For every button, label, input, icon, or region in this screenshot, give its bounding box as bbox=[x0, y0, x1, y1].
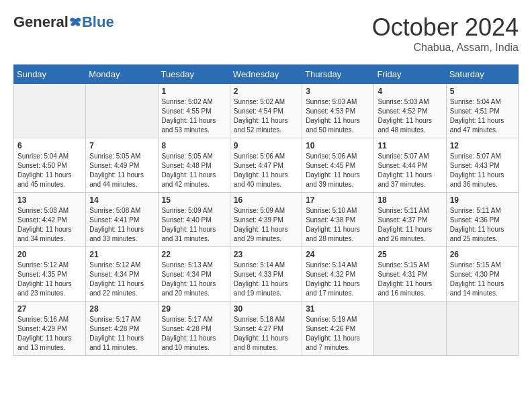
day-number: 24 bbox=[306, 250, 370, 259]
day-number: 17 bbox=[306, 195, 370, 205]
cell-sun-info: Sunrise: 5:13 AMSunset: 4:34 PMDaylight:… bbox=[162, 261, 226, 298]
calendar-cell: 26Sunrise: 5:15 AMSunset: 4:30 PMDayligh… bbox=[446, 247, 518, 302]
page-header: General Blue October 2024 Chabua, Assam,… bbox=[13, 13, 519, 54]
cell-sun-info: Sunrise: 5:03 AMSunset: 4:52 PMDaylight:… bbox=[378, 97, 442, 135]
day-number: 21 bbox=[89, 250, 154, 259]
day-number: 8 bbox=[162, 141, 226, 150]
calendar-cell: 4Sunrise: 5:03 AMSunset: 4:52 PMDaylight… bbox=[374, 84, 446, 138]
calendar-cell: 31Sunrise: 5:19 AMSunset: 4:26 PMDayligh… bbox=[302, 302, 374, 356]
calendar-cell: 28Sunrise: 5:17 AMSunset: 4:28 PMDayligh… bbox=[86, 302, 158, 356]
day-number: 1 bbox=[162, 87, 226, 96]
cell-sun-info: Sunrise: 5:07 AMSunset: 4:43 PMDaylight:… bbox=[450, 152, 515, 189]
calendar-week-row: 6Sunrise: 5:04 AMSunset: 4:50 PMDaylight… bbox=[14, 138, 519, 193]
cell-sun-info: Sunrise: 5:04 AMSunset: 4:51 PMDaylight:… bbox=[450, 97, 515, 135]
logo: General Blue bbox=[13, 13, 114, 31]
calendar-cell: 21Sunrise: 5:12 AMSunset: 4:34 PMDayligh… bbox=[86, 247, 158, 302]
cell-sun-info: Sunrise: 5:11 AMSunset: 4:37 PMDaylight:… bbox=[378, 206, 442, 244]
calendar-week-row: 1Sunrise: 5:02 AMSunset: 4:55 PMDaylight… bbox=[14, 84, 519, 138]
location-subtitle: Chabua, Assam, India bbox=[372, 42, 519, 54]
day-number: 14 bbox=[89, 195, 154, 205]
cell-sun-info: Sunrise: 5:05 AMSunset: 4:49 PMDaylight:… bbox=[89, 152, 154, 189]
logo-blue-text: Blue bbox=[82, 13, 114, 31]
calendar-cell: 15Sunrise: 5:09 AMSunset: 4:40 PMDayligh… bbox=[158, 193, 230, 247]
calendar-cell: 27Sunrise: 5:16 AMSunset: 4:29 PMDayligh… bbox=[14, 302, 86, 356]
calendar-cell: 30Sunrise: 5:18 AMSunset: 4:27 PMDayligh… bbox=[230, 302, 302, 356]
day-header-wednesday: Wednesday bbox=[230, 65, 302, 84]
calendar-cell: 1Sunrise: 5:02 AMSunset: 4:55 PMDaylight… bbox=[158, 84, 230, 138]
calendar-header-row: SundayMondayTuesdayWednesdayThursdayFrid… bbox=[14, 65, 519, 84]
calendar-cell: 5Sunrise: 5:04 AMSunset: 4:51 PMDaylight… bbox=[446, 84, 518, 138]
day-number: 19 bbox=[450, 195, 515, 205]
calendar-week-row: 13Sunrise: 5:08 AMSunset: 4:42 PMDayligh… bbox=[14, 193, 519, 247]
cell-sun-info: Sunrise: 5:17 AMSunset: 4:28 PMDaylight:… bbox=[162, 315, 226, 353]
calendar-cell: 24Sunrise: 5:14 AMSunset: 4:32 PMDayligh… bbox=[302, 247, 374, 302]
cell-sun-info: Sunrise: 5:03 AMSunset: 4:53 PMDaylight:… bbox=[306, 97, 370, 135]
calendar-cell: 9Sunrise: 5:06 AMSunset: 4:47 PMDaylight… bbox=[230, 138, 302, 193]
cell-sun-info: Sunrise: 5:12 AMSunset: 4:34 PMDaylight:… bbox=[89, 261, 154, 298]
calendar-cell: 22Sunrise: 5:13 AMSunset: 4:34 PMDayligh… bbox=[158, 247, 230, 302]
day-number: 10 bbox=[306, 141, 370, 150]
calendar-cell: 6Sunrise: 5:04 AMSunset: 4:50 PMDaylight… bbox=[14, 138, 86, 193]
calendar-cell bbox=[446, 302, 518, 356]
day-number: 23 bbox=[234, 250, 298, 259]
calendar-cell bbox=[86, 84, 158, 138]
day-number: 29 bbox=[162, 304, 226, 314]
calendar-cell: 19Sunrise: 5:11 AMSunset: 4:36 PMDayligh… bbox=[446, 193, 518, 247]
title-area: October 2024 Chabua, Assam, India bbox=[372, 13, 519, 54]
calendar-cell: 14Sunrise: 5:08 AMSunset: 4:41 PMDayligh… bbox=[86, 193, 158, 247]
cell-sun-info: Sunrise: 5:17 AMSunset: 4:28 PMDaylight:… bbox=[89, 315, 154, 353]
day-number: 7 bbox=[89, 141, 154, 150]
day-number: 15 bbox=[162, 195, 226, 205]
day-number: 25 bbox=[378, 250, 442, 259]
day-number: 9 bbox=[234, 141, 298, 150]
day-number: 30 bbox=[234, 304, 298, 314]
cell-sun-info: Sunrise: 5:04 AMSunset: 4:50 PMDaylight:… bbox=[17, 152, 82, 189]
day-header-saturday: Saturday bbox=[446, 65, 518, 84]
day-header-friday: Friday bbox=[374, 65, 446, 84]
cell-sun-info: Sunrise: 5:15 AMSunset: 4:31 PMDaylight:… bbox=[378, 261, 442, 298]
cell-sun-info: Sunrise: 5:18 AMSunset: 4:27 PMDaylight:… bbox=[234, 315, 298, 353]
day-number: 27 bbox=[17, 304, 82, 314]
cell-sun-info: Sunrise: 5:05 AMSunset: 4:48 PMDaylight:… bbox=[162, 152, 226, 189]
cell-sun-info: Sunrise: 5:08 AMSunset: 4:42 PMDaylight:… bbox=[17, 206, 82, 244]
day-number: 4 bbox=[378, 87, 442, 96]
cell-sun-info: Sunrise: 5:14 AMSunset: 4:33 PMDaylight:… bbox=[234, 261, 298, 298]
cell-sun-info: Sunrise: 5:15 AMSunset: 4:30 PMDaylight:… bbox=[450, 261, 515, 298]
month-year-title: October 2024 bbox=[372, 13, 519, 42]
cell-sun-info: Sunrise: 5:14 AMSunset: 4:32 PMDaylight:… bbox=[306, 261, 370, 298]
logo-bird-icon bbox=[70, 16, 82, 28]
calendar-cell: 8Sunrise: 5:05 AMSunset: 4:48 PMDaylight… bbox=[158, 138, 230, 193]
calendar-cell: 3Sunrise: 5:03 AMSunset: 4:53 PMDaylight… bbox=[302, 84, 374, 138]
calendar-cell: 2Sunrise: 5:02 AMSunset: 4:54 PMDaylight… bbox=[230, 84, 302, 138]
calendar-cell bbox=[14, 84, 86, 138]
day-number: 16 bbox=[234, 195, 298, 205]
calendar-cell bbox=[374, 302, 446, 356]
cell-sun-info: Sunrise: 5:09 AMSunset: 4:39 PMDaylight:… bbox=[234, 206, 298, 244]
day-number: 6 bbox=[17, 141, 82, 150]
calendar-cell: 12Sunrise: 5:07 AMSunset: 4:43 PMDayligh… bbox=[446, 138, 518, 193]
calendar-cell: 29Sunrise: 5:17 AMSunset: 4:28 PMDayligh… bbox=[158, 302, 230, 356]
calendar-cell: 16Sunrise: 5:09 AMSunset: 4:39 PMDayligh… bbox=[230, 193, 302, 247]
day-header-sunday: Sunday bbox=[14, 65, 86, 84]
day-number: 11 bbox=[378, 141, 442, 150]
calendar-table: SundayMondayTuesdayWednesdayThursdayFrid… bbox=[13, 64, 519, 356]
calendar-cell: 20Sunrise: 5:12 AMSunset: 4:35 PMDayligh… bbox=[14, 247, 86, 302]
calendar-week-row: 27Sunrise: 5:16 AMSunset: 4:29 PMDayligh… bbox=[14, 302, 519, 356]
day-number: 2 bbox=[234, 87, 298, 96]
calendar-week-row: 20Sunrise: 5:12 AMSunset: 4:35 PMDayligh… bbox=[14, 247, 519, 302]
day-number: 22 bbox=[162, 250, 226, 259]
cell-sun-info: Sunrise: 5:10 AMSunset: 4:38 PMDaylight:… bbox=[306, 206, 370, 244]
calendar-cell: 25Sunrise: 5:15 AMSunset: 4:31 PMDayligh… bbox=[374, 247, 446, 302]
day-header-monday: Monday bbox=[86, 65, 158, 84]
day-header-tuesday: Tuesday bbox=[158, 65, 230, 84]
cell-sun-info: Sunrise: 5:07 AMSunset: 4:44 PMDaylight:… bbox=[378, 152, 442, 189]
cell-sun-info: Sunrise: 5:16 AMSunset: 4:29 PMDaylight:… bbox=[17, 315, 82, 353]
calendar-cell: 11Sunrise: 5:07 AMSunset: 4:44 PMDayligh… bbox=[374, 138, 446, 193]
day-number: 18 bbox=[378, 195, 442, 205]
calendar-cell: 17Sunrise: 5:10 AMSunset: 4:38 PMDayligh… bbox=[302, 193, 374, 247]
cell-sun-info: Sunrise: 5:02 AMSunset: 4:55 PMDaylight:… bbox=[162, 97, 226, 135]
cell-sun-info: Sunrise: 5:12 AMSunset: 4:35 PMDaylight:… bbox=[17, 261, 82, 298]
calendar-cell: 18Sunrise: 5:11 AMSunset: 4:37 PMDayligh… bbox=[374, 193, 446, 247]
day-number: 13 bbox=[17, 195, 82, 205]
day-number: 31 bbox=[306, 304, 370, 314]
